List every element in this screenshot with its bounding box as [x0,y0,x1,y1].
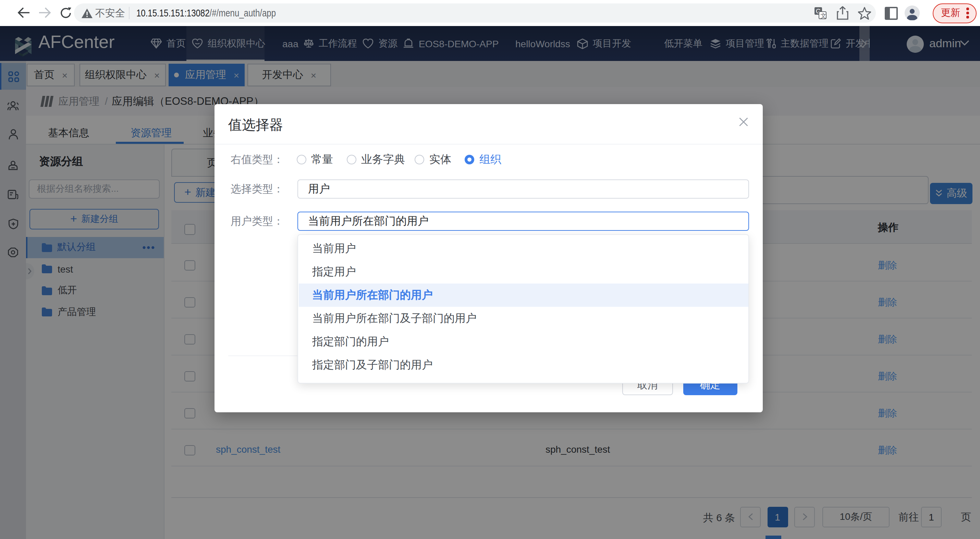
svg-text:文: 文 [820,12,826,19]
